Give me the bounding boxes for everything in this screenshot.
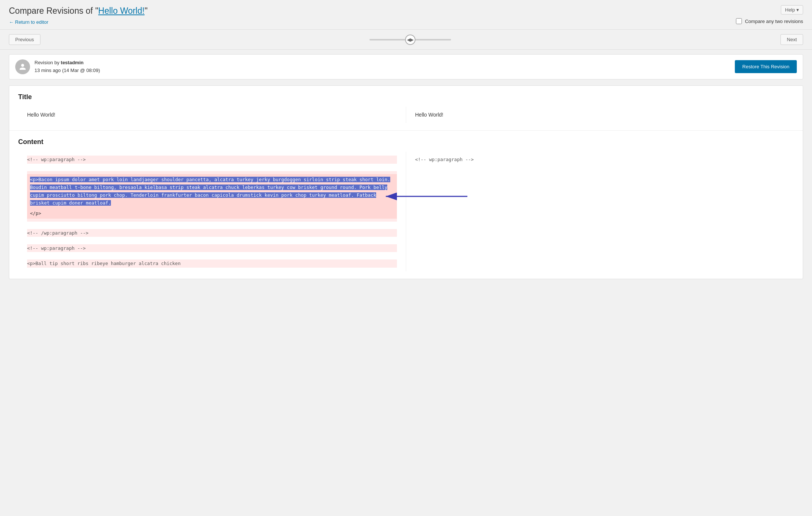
slider-arrows-icon: ◀▶ xyxy=(407,37,414,42)
nav-bar: Previous ◀▶ Next xyxy=(0,30,812,50)
close-p-tag: </p> xyxy=(27,209,397,219)
post-title-link[interactable]: Hello World! xyxy=(98,6,145,16)
revision-text: Revision by testadmin 13 mins ago (14 Ma… xyxy=(34,59,100,75)
title-prefix: Compare Revisions of " xyxy=(9,6,98,16)
restore-revision-button[interactable]: Restore This Revision xyxy=(735,60,797,73)
close-wp-para-left: <!-- /wp:paragraph --> xyxy=(18,225,406,241)
wp-para2-comment: <!-- wp:paragraph --> xyxy=(27,245,86,251)
page-title: Compare Revisions of "Hello World!" xyxy=(9,6,803,16)
ball-tip-text: <p>Ball tip short ribs ribeye hamburger … xyxy=(27,261,181,266)
slider-thumb[interactable]: ◀▶ xyxy=(405,35,415,45)
ball-tip-right xyxy=(406,256,794,271)
wp-paragraph-comment-right: <!-- wp:paragraph --> xyxy=(406,152,794,167)
title-left: Hello World! xyxy=(18,107,406,123)
top-bar: Compare Revisions of "Hello World!" ← Re… xyxy=(0,0,812,30)
help-label: Help xyxy=(785,7,795,13)
chevron-down-icon: ▾ xyxy=(796,7,799,13)
content-area: Title Hello World! Hello World! Content … xyxy=(9,85,803,279)
removed-bg-bacon: <p>Bacon ipsum dolor amet pork loin land… xyxy=(27,171,397,222)
wp-para2-left: <!-- wp:paragraph --> xyxy=(18,241,406,256)
ball-tip-removed: <p>Ball tip short ribs ribeye hamburger … xyxy=(27,259,397,267)
previous-button[interactable]: Previous xyxy=(9,34,40,45)
wp-comment-left: <!-- wp:paragraph --> xyxy=(27,157,86,162)
revision-time-ago: 13 mins ago xyxy=(34,68,61,73)
removed-bg-left-para: <!-- wp:paragraph --> xyxy=(27,156,397,163)
close-wp-comment: <!-- /wp:paragraph --> xyxy=(27,230,89,236)
compare-any-two-label: Compare any two revisions xyxy=(745,19,803,24)
revision-slider-container: ◀▶ xyxy=(40,39,781,40)
next-button[interactable]: Next xyxy=(780,34,803,45)
content-section-heading: Content xyxy=(18,138,794,146)
wp-para2-right xyxy=(406,241,794,256)
revision-date: (14 Mar @ 08:09) xyxy=(62,68,100,73)
wp-paragraph-comment-row: <!-- wp:paragraph --> <!-- wp:paragraph … xyxy=(18,152,794,167)
bacon-paragraph-row: <p>Bacon ipsum dolor amet pork loin land… xyxy=(18,167,794,225)
bacon-highlighted-text: <p>Bacon ipsum dolor amet pork loin land… xyxy=(27,174,397,209)
slider-track[interactable]: ◀▶ xyxy=(369,39,451,40)
highlighted-bacon-span: <p>Bacon ipsum dolor amet pork loin land… xyxy=(30,177,390,206)
revision-info: Revision by testadmin 13 mins ago (14 Ma… xyxy=(15,59,100,75)
return-to-editor-link[interactable]: ← Return to editor xyxy=(9,19,48,25)
close-wp-para-removed: <!-- /wp:paragraph --> xyxy=(27,229,397,237)
bacon-content-wrapper: <p>Bacon ipsum dolor amet pork loin land… xyxy=(27,174,397,219)
title-section-heading: Title xyxy=(18,93,794,101)
help-button[interactable]: Help ▾ xyxy=(781,5,803,14)
wp-para2-removed: <!-- wp:paragraph --> xyxy=(27,244,397,252)
annotation-arrow xyxy=(382,191,471,202)
compare-any-two-checkbox[interactable] xyxy=(736,18,742,24)
revision-bar: Revision by testadmin 13 mins ago (14 Ma… xyxy=(9,54,803,79)
wp-comment-right: <!-- wp:paragraph --> xyxy=(415,157,474,162)
close-wp-paragraph-row: <!-- /wp:paragraph --> xyxy=(18,225,794,241)
avatar xyxy=(15,59,30,74)
wp-paragraph-comment-left: <!-- wp:paragraph --> xyxy=(18,152,406,167)
ball-tip-row: <p>Ball tip short ribs ribeye hamburger … xyxy=(18,256,794,271)
revision-prefix: Revision by xyxy=(34,60,61,65)
compare-any-two-row: Compare any two revisions xyxy=(736,18,803,24)
ball-tip-left: <p>Ball tip short ribs ribeye hamburger … xyxy=(18,256,406,271)
title-suffix: " xyxy=(145,6,148,16)
title-diff-row: Hello World! Hello World! xyxy=(18,107,794,123)
slider-wrapper: ◀▶ xyxy=(369,39,451,40)
wp-paragraph2-row: <!-- wp:paragraph --> xyxy=(18,241,794,256)
revision-author: testadmin xyxy=(61,60,83,65)
close-wp-para-right xyxy=(406,225,794,241)
bacon-paragraph-left: <p>Bacon ipsum dolor amet pork loin land… xyxy=(18,167,406,225)
title-right: Hello World! xyxy=(406,107,794,123)
title-section: Title Hello World! Hello World! xyxy=(9,86,803,131)
content-section: Content <!-- wp:paragraph --> <!-- wp:pa… xyxy=(9,131,803,278)
